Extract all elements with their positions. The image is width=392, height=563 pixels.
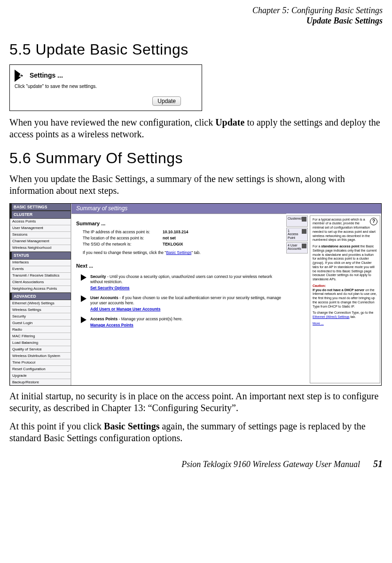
step-number: 4 xyxy=(19,73,22,79)
page-footer: Psion Teklogix 9160 Wireless Gateway Use… xyxy=(9,458,383,470)
basic-settings-link[interactable]: Basic Settings xyxy=(166,250,191,255)
nav-item[interactable]: Load Balancing xyxy=(10,340,71,346)
next-step-item: Access Points - Manage your access point… xyxy=(81,317,282,328)
closing-p2: At this point if you click Basic Setting… xyxy=(9,420,383,444)
arrow-icon xyxy=(81,317,87,323)
settings-heading: Settings ... xyxy=(30,71,63,80)
nav-item[interactable]: Transmit / Receive Statistics xyxy=(10,273,71,279)
next-step-link[interactable]: Add Users or Manage User Accounts xyxy=(90,307,160,312)
help-p4: To change the Connection Type, go to the… xyxy=(313,311,377,319)
nav-item[interactable]: Channel Management xyxy=(10,238,71,245)
step-arrow-icon: 4 xyxy=(15,70,27,82)
nav-header-advanced: ADVANCED xyxy=(10,293,71,301)
help-p2: For a standalone access point the Basic … xyxy=(313,245,377,282)
nav-item[interactable]: Ethernet (Wired) Settings xyxy=(10,300,71,307)
status-chip[interactable]: Clustered xyxy=(286,215,308,227)
summary-row: The IP address of this access point is:1… xyxy=(83,230,282,235)
nav-item[interactable]: Events xyxy=(10,266,71,273)
nav-item[interactable]: Sessions xyxy=(10,232,71,238)
svg-marker-1 xyxy=(81,274,86,281)
help-panel: ? For a typical access point which is a … xyxy=(310,215,380,383)
next-heading: Next ... xyxy=(76,263,282,270)
nav-item[interactable]: Wireless Distribution System xyxy=(10,353,71,359)
nav-header-cluster: CLUSTER xyxy=(10,211,71,219)
closing-p1: At initial startup, no security is in pl… xyxy=(9,390,383,414)
svg-marker-3 xyxy=(81,317,86,323)
settings-subtext: Click "update" to save the new settings. xyxy=(15,84,195,90)
para-5-6-intro: When you update the Basic Settings, a su… xyxy=(9,173,383,197)
nav-item[interactable]: Neighboring Access Points xyxy=(10,286,71,293)
status-chip[interactable]: 4 User Accounts xyxy=(286,242,308,254)
status-chip-icon xyxy=(302,244,306,248)
chapter-title: Chapter 5: Configuring Basic Settings xyxy=(9,6,383,16)
summary-heading: Summary ... xyxy=(76,221,282,227)
ethernet-settings-link[interactable]: Ethernet (Wired) Settings xyxy=(313,315,350,318)
page-number: 51 xyxy=(373,458,383,470)
section-title: Update Basic Settings xyxy=(9,16,383,26)
running-header: Chapter 5: Configuring Basic Settings Up… xyxy=(9,6,383,26)
nav-sidebar: BASIC SETTINGS CLUSTER Access PointsUser… xyxy=(10,204,71,385)
manual-title: Psion Teklogix 9160 Wireless Gateway Use… xyxy=(181,459,360,470)
next-step-item: Security - Until you choose a security o… xyxy=(81,274,282,291)
summary-row: The SSID of the network is:TEKLOGIX xyxy=(83,242,282,247)
arrow-icon xyxy=(81,295,87,302)
summary-note: If you need to change these settings, cl… xyxy=(83,250,282,255)
status-chip-icon xyxy=(302,229,306,234)
more-link[interactable]: More ... xyxy=(313,322,324,325)
nav-item[interactable]: Quality of Service xyxy=(10,346,71,353)
heading-5-6: 5.6 Summary Of Settings xyxy=(9,149,383,167)
help-icon[interactable]: ? xyxy=(370,218,377,225)
status-chip-icon xyxy=(302,217,306,222)
help-p1: For a typical access point which is a me… xyxy=(313,218,377,243)
nav-item[interactable]: Backup/Restore xyxy=(10,379,71,385)
nav-item[interactable]: Interfaces xyxy=(10,260,71,266)
nav-item[interactable]: Upgrade xyxy=(10,373,71,379)
nav-item[interactable]: Reset Configuration xyxy=(10,366,71,373)
nav-item[interactable]: Wireless Neighborhood xyxy=(10,245,71,252)
nav-item[interactable]: MAC Filtering xyxy=(10,333,71,340)
next-step-link[interactable]: Set Security Options xyxy=(90,285,130,291)
nav-item[interactable]: Security xyxy=(10,313,71,320)
heading-5-5: 5.5 Update Basic Settings xyxy=(9,40,383,59)
nav-item[interactable]: Time Protocol xyxy=(10,359,71,366)
nav-header-status: STATUS xyxy=(10,252,71,260)
next-step-item: User Accounts - If you have chosen to us… xyxy=(81,295,282,312)
nav-item[interactable]: Wireless Settings xyxy=(10,307,71,313)
update-button[interactable]: Update xyxy=(152,96,181,106)
para-5-5: When you have reviewed the new configura… xyxy=(9,117,383,140)
page-title-bar: Summary of settings xyxy=(71,204,381,214)
caution-label: Caution: xyxy=(313,284,326,287)
svg-marker-2 xyxy=(81,295,86,302)
nav-item[interactable]: Radio xyxy=(10,326,71,333)
nav-header-basic[interactable]: BASIC SETTINGS xyxy=(10,204,71,211)
status-chip[interactable]: 1 Access Point xyxy=(286,228,308,241)
summary-row: The location of the access point is:not … xyxy=(83,236,282,241)
nav-item[interactable]: Guest Login xyxy=(10,320,71,326)
arrow-icon xyxy=(81,274,87,281)
nav-item[interactable]: Client Associations xyxy=(10,279,71,286)
summary-content: Summary ... The IP address of this acces… xyxy=(71,214,286,385)
summary-screenshot: BASIC SETTINGS CLUSTER Access PointsUser… xyxy=(9,203,382,386)
settings-panel-figure: 4 Settings ... Click "update" to save th… xyxy=(9,64,202,111)
nav-item[interactable]: Access Points xyxy=(10,219,71,225)
next-step-link[interactable]: Manage Access Points xyxy=(90,323,133,328)
nav-item[interactable]: User Management xyxy=(10,225,71,232)
